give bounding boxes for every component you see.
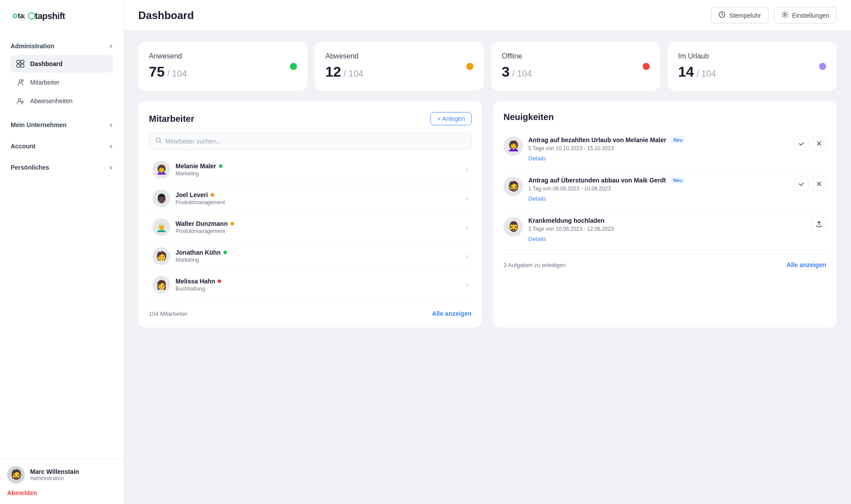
content-area: Anwesend 75 / 104 Abwesend 12 / 104 Offl…: [124, 31, 851, 504]
employee-name-1: Melanie Maler: [176, 163, 216, 170]
svg-rect-5: [17, 64, 20, 67]
user-section: 🧔 Marc Willenstain Administration Abmeld…: [0, 458, 124, 504]
search-input[interactable]: [165, 138, 465, 145]
administration-nav: Dashboard Mitarbeiter: [7, 53, 117, 112]
approve-button-1[interactable]: [794, 136, 808, 151]
logo-area: tapshift ⬡tapshift: [0, 0, 124, 32]
news-item-2: 🧔 Antrag auf Überstunden abbau von Maik …: [504, 170, 826, 210]
table-row[interactable]: 👨🏿 Joel Leveri Produktmanagement ›: [149, 184, 472, 213]
logo-icon: tapshift: [11, 9, 25, 23]
search-box: [149, 132, 472, 150]
approve-button-2[interactable]: [794, 177, 808, 191]
mitarbeiter-panel-footer: 104 Mitarbeiter Alle anzeigen: [149, 302, 472, 317]
reject-button-2[interactable]: [812, 177, 826, 191]
user-info: 🧔 Marc Willenstain Administration: [7, 466, 117, 484]
logout-button[interactable]: Abmelden: [7, 489, 37, 496]
neuigkeiten-panel-header: Neuigkeiten: [504, 112, 826, 122]
upload-button-3[interactable]: [812, 217, 826, 231]
news-item-1: 👩‍🦱 Antrag auf bezahlten Urlaub von Mela…: [504, 129, 826, 170]
employee-avatar-4: 🧑: [152, 247, 170, 265]
table-row[interactable]: 👨‍🦳 Walter Dunzmann Produktmanagement ›: [149, 213, 472, 242]
employee-name-5: Melissa Hahn: [176, 278, 215, 285]
news-item-3: 🧔‍♂️ Krankmeldung hochladen 2 Tage von 1…: [504, 210, 826, 250]
add-employee-button[interactable]: + Anlegen: [430, 112, 472, 125]
employee-dept-4: Marketing: [176, 257, 461, 263]
topbar-actions: Stempeluhr Einstellungen: [711, 7, 837, 23]
chevron-right-icon: ›: [466, 166, 468, 173]
news-actions-3: [812, 217, 826, 231]
employees-icon: [16, 78, 25, 87]
user-name: Marc Willenstain: [30, 468, 79, 475]
news-badge-1: Neu: [670, 136, 686, 143]
mein-unternehmen-header[interactable]: Mein Unternehmen: [7, 118, 117, 132]
tasks-count: 3 Aufgaben zu erledigen: [504, 262, 566, 268]
abwesenheiten-label: Abwesenheiten: [30, 97, 73, 105]
employee-list: 👩‍🦱 Melanie Maler Marketing › 👨🏿: [149, 155, 472, 299]
news-date-2: 1 Tag von 09.08.2023 - 10.08.2023: [528, 186, 785, 192]
employee-name-2: Joel Leveri: [176, 191, 208, 198]
absences-icon: [16, 97, 25, 105]
mitarbeiter-panel-title: Mitarbeiter: [149, 114, 194, 124]
news-title-3: Krankmeldung hochladen: [528, 217, 605, 224]
employee-avatar-5: 👩: [152, 276, 170, 294]
administration-header[interactable]: Administration: [7, 39, 117, 53]
table-row[interactable]: 🧑 Jonathan Kühn Marketing ›: [149, 242, 472, 271]
clock-icon: [718, 11, 726, 19]
employee-avatar-1: 👩‍🦱: [152, 161, 170, 178]
panels: Mitarbeiter + Anlegen 👩‍🦱: [138, 101, 837, 328]
account-section: Account: [0, 137, 124, 159]
news-avatar-3: 🧔‍♂️: [504, 217, 523, 236]
account-chevron: [109, 143, 113, 149]
stat-value-anwesend: 75: [149, 64, 165, 80]
employee-name-3: Walter Dunzmann: [176, 220, 228, 227]
news-details-link-1[interactable]: Details: [528, 155, 546, 162]
employee-dept-1: Marketing: [176, 171, 461, 177]
reject-button-1[interactable]: [812, 136, 826, 151]
stat-value-urlaub: 14: [678, 64, 694, 80]
show-all-news-link[interactable]: Alle anzeigen: [787, 261, 826, 268]
personliches-section: Persönliches: [0, 159, 124, 180]
personliches-title: Persönliches: [11, 164, 49, 171]
stat-dot-offline: [643, 63, 650, 70]
employee-count: 104 Mitarbeiter: [149, 310, 187, 317]
employee-dept-2: Produktmanagement: [176, 199, 461, 205]
news-details-link-3[interactable]: Details: [528, 236, 546, 242]
stat-card-abwesend: Abwesend 12 / 104: [315, 42, 484, 91]
search-icon: [156, 137, 162, 145]
mein-unternehmen-section: Mein Unternehmen: [0, 116, 124, 137]
employee-avatar-2: 👨🏿: [152, 190, 170, 207]
stat-cards: Anwesend 75 / 104 Abwesend 12 / 104 Offl…: [138, 42, 837, 91]
employee-status-4: [223, 251, 227, 254]
account-header[interactable]: Account: [7, 139, 117, 153]
stat-dot-urlaub: [819, 63, 826, 70]
main-content: Dashboard Stempeluhr Einst: [124, 0, 851, 504]
news-date-3: 2 Tage von 10.06.2023 - 12.06.2023: [528, 226, 803, 232]
sidebar-item-mitarbeiter[interactable]: Mitarbeiter: [11, 74, 113, 91]
svg-text:tapshift: tapshift: [18, 12, 25, 19]
personliches-chevron: [109, 164, 113, 171]
sidebar-item-dashboard[interactable]: Dashboard: [11, 55, 113, 73]
stempeluhr-button[interactable]: Stempeluhr: [711, 7, 769, 23]
stat-dot-anwesend: [290, 63, 297, 70]
stat-label-urlaub: Im Urlaub: [678, 52, 826, 60]
stat-value-abwesend: 12: [325, 64, 341, 80]
table-row[interactable]: 👩‍🦱 Melanie Maler Marketing ›: [149, 155, 472, 184]
chevron-right-icon: ›: [466, 224, 468, 231]
news-date-1: 5 Tage von 10.10.2023 - 15.10.2023: [528, 145, 785, 151]
svg-point-9: [18, 98, 21, 101]
svg-rect-4: [21, 60, 24, 63]
employee-status-5: [218, 279, 221, 283]
sidebar-item-abwesenheiten[interactable]: Abwesenheiten: [11, 92, 113, 110]
svg-point-13: [784, 14, 786, 16]
svg-point-1: [14, 15, 16, 17]
account-title: Account: [11, 143, 35, 150]
news-details-link-2[interactable]: Details: [528, 195, 546, 202]
personliches-header[interactable]: Persönliches: [7, 160, 117, 174]
employee-dept-5: Buchhaltung: [176, 286, 461, 292]
einstellungen-button[interactable]: Einstellungen: [774, 7, 837, 23]
show-all-employees-link[interactable]: Alle anzeigen: [432, 310, 472, 317]
neuigkeiten-panel: Neuigkeiten 👩‍🦱 Antrag auf bezahlten Url…: [493, 101, 837, 328]
page-title: Dashboard: [138, 9, 194, 22]
sidebar: tapshift ⬡tapshift Administration: [0, 0, 124, 504]
table-row[interactable]: 👩 Melissa Hahn Buchhaltung ›: [149, 271, 472, 299]
